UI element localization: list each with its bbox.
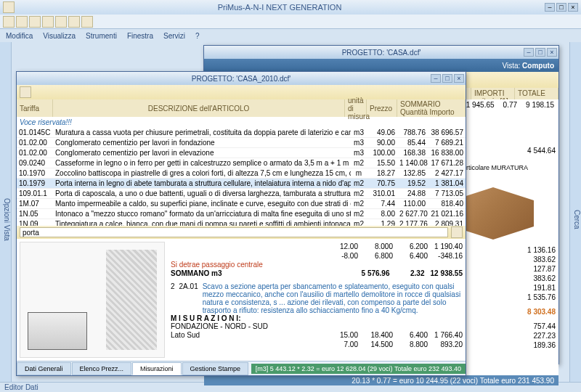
search-input[interactable]: [20, 227, 448, 237]
menu-strumenti[interactable]: Strumenti: [86, 32, 117, 40]
tab-dati-generali[interactable]: Dati Generali: [17, 362, 71, 375]
win-close-icon[interactable]: ×: [454, 74, 464, 83]
app-title: PriMus-A-N-I NEXT GENERATION: [218, 3, 342, 12]
article-row[interactable]: 10.1979Porta interna in legno di abete t…: [17, 179, 466, 189]
front-toolbar: [17, 85, 466, 99]
voce-riservata: Voce riservata!!!: [17, 117, 466, 128]
article-row[interactable]: 09.0240Casseforme in legno o in ferro pe…: [17, 158, 466, 168]
tool-icon[interactable]: [20, 86, 31, 98]
measurements[interactable]: 12.008.0006.2001 190.40-8.006.8006.400-3…: [168, 239, 466, 361]
win-min-icon[interactable]: –: [431, 74, 441, 83]
tool-icon[interactable]: [55, 16, 67, 28]
search-bar: [17, 226, 466, 239]
lower-area: 12.008.0006.2001 190.40-8.006.8006.400-3…: [17, 239, 466, 361]
article-row[interactable]: 01.0145CMuratura a cassa vuota per chius…: [17, 128, 466, 138]
tool-icon[interactable]: [3, 16, 15, 28]
article-row[interactable]: 01.02.00Conglomerato cementizio per lavo…: [17, 138, 466, 148]
win-min-icon[interactable]: –: [524, 48, 534, 57]
menu-finestra[interactable]: Finestra: [127, 32, 153, 40]
tab-gestione-stampe[interactable]: Gestione Stampe: [182, 362, 249, 375]
search-go-icon[interactable]: [451, 226, 463, 238]
win-close-icon[interactable]: ×: [547, 48, 557, 57]
window-title[interactable]: PROGETTO: 'CASA.dcf' – □ ×: [204, 46, 558, 59]
article-row[interactable]: 10.1970Zoccolino battiscopa in piastrell…: [17, 168, 466, 179]
excavator-sketch: [20, 242, 165, 358]
article-row[interactable]: 109.01.1Porta di caposcala, a uno o due …: [17, 189, 466, 199]
back-status: 20.13 * 0.77 = euro 10 244.95 (22 voci) …: [204, 375, 558, 385]
tool-icon[interactable]: [29, 16, 41, 28]
close-button[interactable]: ×: [568, 3, 578, 12]
article-row[interactable]: 1N.09Tinteggiatura a calce, bianca, con …: [17, 219, 466, 226]
front-columns: Tariffa DESCRIZIONE dell'ARTICOLO unità …: [17, 99, 466, 117]
tab-misurazioni[interactable]: Misurazioni: [132, 362, 182, 375]
tool-icon[interactable]: [68, 16, 80, 28]
window-title[interactable]: PROGETTO: 'CASA_2010.dcf' – □ ×: [17, 72, 466, 85]
tool-icon[interactable]: [42, 16, 54, 28]
article-row[interactable]: 01.02.00Conglomerato cementizio per lavo…: [17, 148, 466, 158]
side-panel-left[interactable]: Opzioni Vista: [0, 42, 12, 382]
front-status: [m3] 5 443.12 * 2.32 = euro 12 628.04 (2…: [251, 364, 466, 374]
article-row[interactable]: 1M.07Manto impermeabile a caldo, su supe…: [17, 199, 466, 209]
red-note: Si detrae passaggio centrale: [171, 261, 463, 269]
menu-visualizza[interactable]: Visualizza: [43, 32, 76, 40]
tab-elenco-prezz-[interactable]: Elenco Prezz...: [72, 362, 132, 375]
tool-icon[interactable]: [16, 16, 28, 28]
menubar: Modifica Visualizza Strumenti Finestra S…: [0, 29, 581, 42]
minimize-button[interactable]: –: [545, 3, 555, 12]
menu-help[interactable]: ?: [195, 32, 200, 40]
article-grid[interactable]: Voce riservata!!! 01.0145CMuratura a cas…: [17, 117, 466, 226]
main-toolbar: [0, 15, 581, 29]
tb-icon[interactable]: [3, 1, 15, 13]
side-panel-right[interactable]: Cerca: [569, 42, 581, 382]
tool-icon[interactable]: [81, 16, 93, 28]
maximize-button[interactable]: □: [556, 3, 566, 12]
article-row[interactable]: 1N.05Intonaco a "mezzo stucco romano" fo…: [17, 209, 466, 219]
win-max-icon[interactable]: □: [535, 48, 545, 57]
bottom-tabs: Dati GeneraliElenco Prezz...MisurazioniG…: [17, 361, 466, 375]
win-max-icon[interactable]: □: [442, 74, 452, 83]
workspace: Opzioni Vista Cerca PROGETTO: 'CASA.dcf'…: [0, 42, 581, 382]
app-titlebar: PriMus-A-N-I NEXT GENERATION – □ ×: [0, 0, 581, 15]
vista-bar: Vista: Computo: [204, 59, 558, 72]
menu-servizi[interactable]: Servizi: [163, 32, 185, 40]
menu-modifica[interactable]: Modifica: [6, 32, 33, 40]
project-window-casa2010: PROGETTO: 'CASA_2010.dcf' – □ × Tariffa …: [16, 71, 466, 376]
